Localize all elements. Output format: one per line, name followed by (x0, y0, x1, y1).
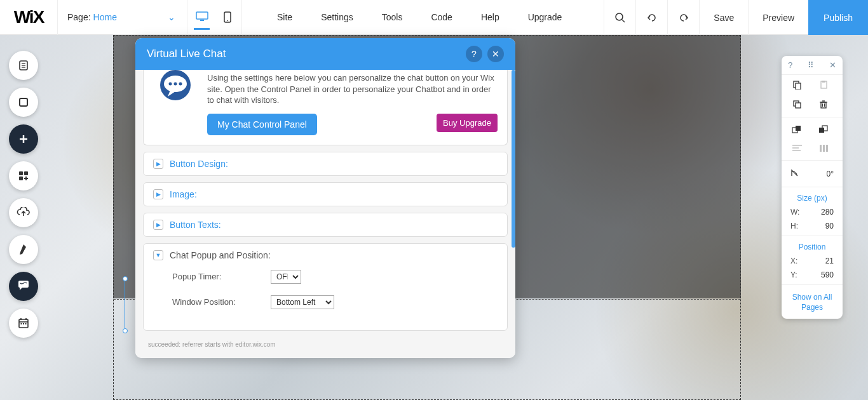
add-apps-tool[interactable] (9, 161, 38, 190)
section-title: Chat Popup and Position: (170, 250, 271, 260)
chat-logo-icon (153, 72, 198, 117)
paste-icon (817, 80, 830, 90)
delete-icon[interactable] (817, 100, 830, 109)
intro-text: Using the settings here below you can pe… (207, 72, 498, 106)
expand-right-icon: ▶ (153, 159, 163, 169)
modal-body: Using the settings here below you can pe… (135, 70, 515, 358)
width-label: W: (790, 208, 810, 217)
svg-rect-13 (19, 171, 23, 175)
mobile-device-button[interactable] (219, 4, 235, 30)
rotate-icon[interactable] (790, 168, 799, 179)
svg-rect-20 (21, 323, 22, 324)
main-menu: Site Settings Tools Code Help Upgrade (242, 12, 562, 22)
chevron-down-icon: ⌄ (168, 12, 175, 22)
page-selector[interactable]: Page: Home ⌄ (57, 0, 187, 35)
section-title: Image: (170, 189, 197, 199)
publish-button[interactable]: Publish (808, 0, 868, 35)
modal-title: Virtual Live Chat (147, 48, 226, 60)
duplicate-icon[interactable] (790, 100, 803, 109)
window-position-field: Window Position: Bottom Left (172, 295, 485, 309)
align-left-icon (790, 144, 803, 152)
svg-point-4 (616, 13, 623, 20)
close-panel-icon[interactable]: ✕ (829, 60, 836, 70)
bring-front-icon[interactable] (790, 125, 803, 134)
svg-rect-14 (24, 171, 28, 175)
section-title: Button Design: (170, 159, 228, 169)
redo-button[interactable] (667, 0, 699, 35)
svg-rect-29 (796, 83, 801, 90)
svg-point-26 (174, 83, 177, 86)
menu-code[interactable]: Code (431, 12, 452, 22)
preview-button[interactable]: Preview (748, 0, 808, 35)
uploads-tool[interactable] (9, 198, 38, 227)
svg-rect-42 (819, 128, 824, 133)
section-header[interactable]: ▼ Chat Popup and Position: (153, 250, 498, 260)
svg-rect-22 (25, 323, 27, 324)
header-right-controls: Save Preview Publish (604, 0, 868, 35)
svg-rect-15 (19, 177, 23, 180)
x-value[interactable]: 21 (810, 257, 834, 265)
quick-actions-panel: ? ⠿ ✕ 0° Size (px) W:280 H:90 Position X… (782, 56, 843, 319)
bookings-tool[interactable] (9, 309, 38, 338)
expand-right-icon: ▶ (153, 189, 163, 199)
modal-header: Virtual Live Chat ? ✕ (135, 38, 515, 70)
zoom-button[interactable] (604, 0, 635, 35)
left-toolbar (9, 51, 38, 338)
buy-upgrade-button[interactable]: Buy Upgrade (437, 114, 498, 132)
height-label: H: (790, 222, 810, 230)
size-label: Size (px) (782, 190, 843, 205)
y-label: Y: (790, 270, 810, 279)
svg-rect-33 (796, 103, 801, 108)
field-label: Popup Timer: (172, 272, 271, 281)
panel-top-bar: ? ⠿ ✕ (782, 56, 843, 75)
modal-close-button[interactable]: ✕ (487, 46, 504, 62)
page-name: Home (93, 12, 117, 22)
y-value[interactable]: 590 (810, 270, 834, 279)
svg-rect-46 (820, 145, 822, 152)
svg-rect-40 (796, 126, 801, 131)
popup-timer-select[interactable]: OFF (271, 270, 301, 284)
menu-help[interactable]: Help (481, 12, 499, 22)
button-design-section[interactable]: ▶ Button Design: (143, 152, 508, 176)
modal-help-button[interactable]: ? (466, 46, 482, 62)
image-section[interactable]: ▶ Image: (143, 182, 508, 206)
top-header: WiX Page: Home ⌄ Site Settings Tools Cod… (0, 0, 868, 35)
background-tool[interactable] (9, 88, 38, 117)
scrollbar-thumb[interactable] (512, 70, 515, 248)
blog-tool[interactable] (9, 235, 38, 264)
control-panel-button[interactable]: My Chat Control Panel (207, 114, 317, 135)
copy-icon[interactable] (790, 80, 803, 90)
menu-upgrade[interactable]: Upgrade (528, 12, 562, 22)
svg-point-3 (227, 20, 228, 22)
height-value[interactable]: 90 (810, 222, 834, 230)
save-button[interactable]: Save (699, 0, 748, 35)
popup-timer-field: Popup Timer: OFF (172, 270, 485, 284)
svg-point-27 (179, 83, 182, 86)
svg-rect-47 (823, 145, 825, 152)
page-label: Page: (67, 12, 91, 22)
menu-tools[interactable]: Tools (382, 12, 403, 22)
show-all-pages-link[interactable]: Show on All Pages (782, 288, 843, 312)
menu-settings[interactable]: Settings (321, 12, 353, 22)
window-position-select[interactable]: Bottom Left (271, 295, 334, 309)
desktop-device-button[interactable] (194, 4, 210, 30)
expand-down-icon: ▼ (153, 250, 163, 260)
svg-rect-21 (23, 323, 24, 324)
menu-site[interactable]: Site (277, 12, 292, 22)
undo-button[interactable] (635, 0, 667, 35)
chat-tool[interactable] (9, 272, 38, 301)
svg-rect-34 (821, 102, 826, 108)
width-value[interactable]: 280 (810, 208, 834, 217)
help-icon[interactable]: ? (788, 60, 792, 70)
selection-handle[interactable] (121, 276, 129, 333)
button-texts-section[interactable]: ▶ Button Texts: (143, 213, 508, 237)
page-background-tool[interactable] (9, 51, 38, 80)
rotation-value[interactable]: 0° (827, 170, 834, 178)
drag-handle-icon[interactable]: ⠿ (808, 60, 814, 70)
svg-rect-48 (826, 145, 828, 152)
send-back-icon[interactable] (817, 125, 830, 134)
virtual-live-chat-modal: Virtual Live Chat ? ✕ Using the settings… (135, 38, 515, 358)
modal-footnote: succeeded: referrer starts with editor.w… (143, 337, 508, 350)
add-element-tool[interactable] (9, 124, 38, 154)
expand-right-icon: ▶ (153, 220, 163, 230)
